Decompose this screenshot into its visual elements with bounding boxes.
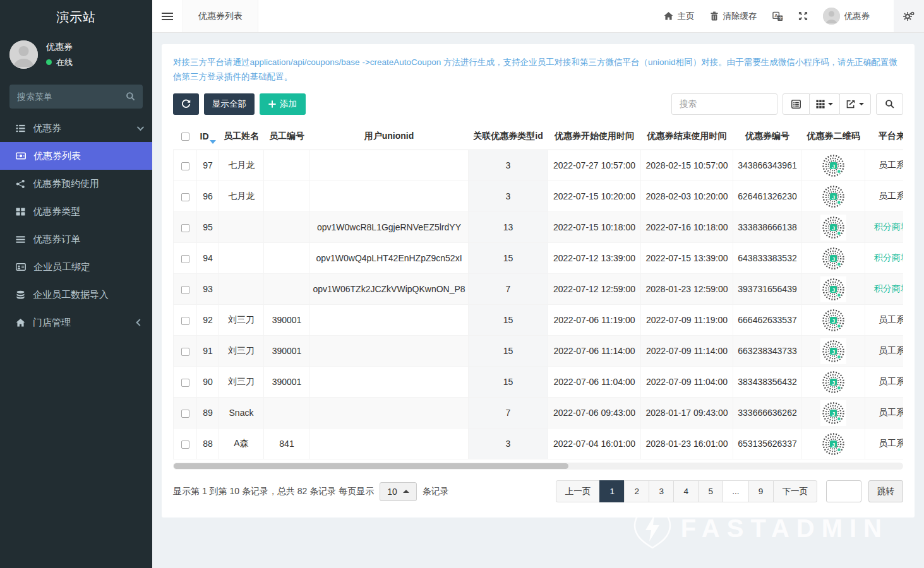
- miniprogram-qr-icon[interactable]: J: [820, 369, 846, 395]
- columns-toggle-button[interactable]: [809, 93, 840, 115]
- pagination-prev-button[interactable]: 上一页: [556, 480, 601, 502]
- row-checkbox[interactable]: [181, 441, 189, 449]
- row-checkbox[interactable]: [181, 379, 189, 387]
- language-switch-button[interactable]: A 文: [772, 11, 783, 21]
- cell-unionid: [310, 150, 469, 181]
- show-all-button[interactable]: 显示全部: [204, 93, 255, 115]
- header-platform[interactable]: 平台来: [865, 122, 904, 150]
- menu-search-input[interactable]: [9, 85, 143, 109]
- tab-coupon-list[interactable]: 优惠券列表: [183, 0, 258, 32]
- miniprogram-qr-icon[interactable]: J: [820, 184, 846, 210]
- header-unionid[interactable]: 用户unionid: [310, 122, 469, 150]
- page-size-select[interactable]: 10: [380, 482, 417, 501]
- row-checkbox[interactable]: [181, 162, 189, 170]
- sidebar-item-employee-import[interactable]: 企业员工数据导入: [0, 281, 152, 309]
- cell-platform[interactable]: 积分商城: [865, 212, 904, 243]
- advanced-search-button[interactable]: [876, 93, 903, 115]
- cell-platform[interactable]: 积分商城: [865, 274, 904, 305]
- pagination-page-3[interactable]: 3: [649, 480, 674, 502]
- settings-button[interactable]: [894, 0, 924, 32]
- sidebar-toggle-button[interactable]: [152, 0, 183, 32]
- scrollbar-thumb[interactable]: [174, 463, 568, 469]
- header-id[interactable]: ID: [197, 122, 219, 150]
- sidebar-item-coupon-orders[interactable]: 优惠券订单: [0, 225, 152, 253]
- home-link[interactable]: 主页: [664, 11, 695, 22]
- header-start-time[interactable]: 优惠券开始使用时间: [548, 122, 641, 150]
- cell-start-time: 2022-07-06 11:04:00: [548, 367, 641, 398]
- sidebar-item-coupon-type[interactable]: 优惠券类型: [0, 198, 152, 225]
- menu-group-label: 优惠券: [33, 122, 61, 134]
- miniprogram-qr-icon[interactable]: J: [820, 338, 846, 364]
- header-employee-name[interactable]: 员工姓名: [219, 122, 264, 150]
- sidebar-item-coupon-list[interactable]: 优惠券列表: [0, 142, 152, 170]
- pagination-page-9[interactable]: 9: [748, 480, 774, 502]
- miniprogram-qr-icon[interactable]: J: [820, 215, 846, 240]
- miniprogram-qr-icon[interactable]: J: [820, 400, 846, 426]
- pagination-page-5[interactable]: 5: [698, 480, 723, 502]
- export-button[interactable]: [839, 93, 871, 115]
- cell-coupon-no: 653135626337: [733, 429, 802, 459]
- row-checkbox[interactable]: [181, 410, 189, 418]
- table-search-input[interactable]: [671, 93, 777, 115]
- pagination-next-button[interactable]: 下一页: [773, 480, 818, 502]
- money-bill-icon: [16, 151, 26, 161]
- miniprogram-qr-icon[interactable]: J: [820, 431, 846, 457]
- reorder-icon: [16, 235, 25, 244]
- page-jump-button[interactable]: 跳转: [868, 480, 903, 502]
- pagination-page-1[interactable]: 1: [599, 480, 625, 502]
- sidebar-item-employee-bind[interactable]: 企业员工绑定: [0, 253, 152, 281]
- svg-text:文: 文: [778, 16, 783, 20]
- row-checkbox[interactable]: [181, 348, 189, 356]
- header-qr-code[interactable]: 优惠券二维码: [802, 122, 865, 150]
- miniprogram-qr-icon[interactable]: J: [820, 307, 846, 333]
- row-checkbox[interactable]: [181, 286, 189, 294]
- row-checkbox[interactable]: [181, 224, 189, 232]
- add-button[interactable]: 添加: [260, 93, 306, 115]
- cell-employee-name: A森: [219, 429, 264, 459]
- svg-text:J: J: [832, 379, 835, 386]
- row-checkbox[interactable]: [181, 255, 189, 263]
- row-checkbox[interactable]: [181, 317, 189, 325]
- select-all-checkbox[interactable]: [181, 133, 189, 141]
- page-jump-input[interactable]: [826, 480, 861, 502]
- cell-coupon-no: 626461326230: [733, 181, 802, 212]
- cell-platform[interactable]: 积分商城: [865, 243, 904, 274]
- cell-start-time: 2022-07-06 11:19:00: [548, 305, 641, 336]
- cell-platform: 员工系: [865, 305, 904, 336]
- brand-title[interactable]: 演示站: [0, 0, 152, 35]
- cell-qr-code: J: [802, 336, 865, 367]
- cell-start-time: 2022-07-12 13:39:00: [548, 243, 641, 274]
- grid-icon: [16, 207, 25, 216]
- user-avatar-small: [823, 8, 840, 25]
- header-employee-no[interactable]: 员工编号: [264, 122, 310, 150]
- user-panel: 优惠券 在线: [0, 35, 152, 76]
- horizontal-scrollbar[interactable]: [173, 463, 903, 470]
- cell-end-time: 2022-07-16 10:18:00: [641, 212, 733, 243]
- fullscreen-button[interactable]: [798, 11, 808, 21]
- refresh-button[interactable]: [173, 93, 199, 115]
- share-nodes-icon: [16, 179, 25, 189]
- row-checkbox[interactable]: [181, 193, 189, 201]
- user-menu[interactable]: 优惠券: [823, 8, 870, 25]
- cell-select: [174, 336, 197, 367]
- sidebar-item-store-manage[interactable]: 门店管理: [0, 309, 152, 336]
- menu-group-coupons[interactable]: 优惠券: [0, 116, 152, 140]
- miniprogram-qr-icon[interactable]: J: [820, 276, 846, 302]
- cell-id: 89: [197, 398, 219, 429]
- clear-cache-button[interactable]: 清除缓存: [710, 11, 757, 22]
- miniprogram-qr-icon[interactable]: J: [820, 246, 846, 271]
- header-end-time[interactable]: 优惠券结束使用时间: [641, 122, 733, 150]
- select-all-header: [174, 122, 197, 150]
- cell-qr-code: J: [802, 181, 865, 212]
- detail-view-button[interactable]: [783, 93, 810, 115]
- sidebar-menu: 优惠券 优惠券列表 优: [0, 116, 152, 336]
- pagination-page-4[interactable]: 4: [673, 480, 699, 502]
- sidebar-item-coupon-reserve[interactable]: 优惠券预约使用: [0, 170, 152, 198]
- header-coupon-no[interactable]: 优惠券编号: [733, 122, 802, 150]
- cell-end-time: 2028-01-23 12:59:00: [641, 274, 733, 305]
- pagination-page-2[interactable]: 2: [624, 480, 649, 502]
- miniprogram-qr-icon[interactable]: J: [820, 153, 846, 179]
- cell-start-time: 2022-07-15 10:18:00: [548, 212, 641, 243]
- header-coupon-type-id[interactable]: 关联优惠券类型id: [469, 122, 548, 150]
- user-avatar[interactable]: [9, 40, 38, 69]
